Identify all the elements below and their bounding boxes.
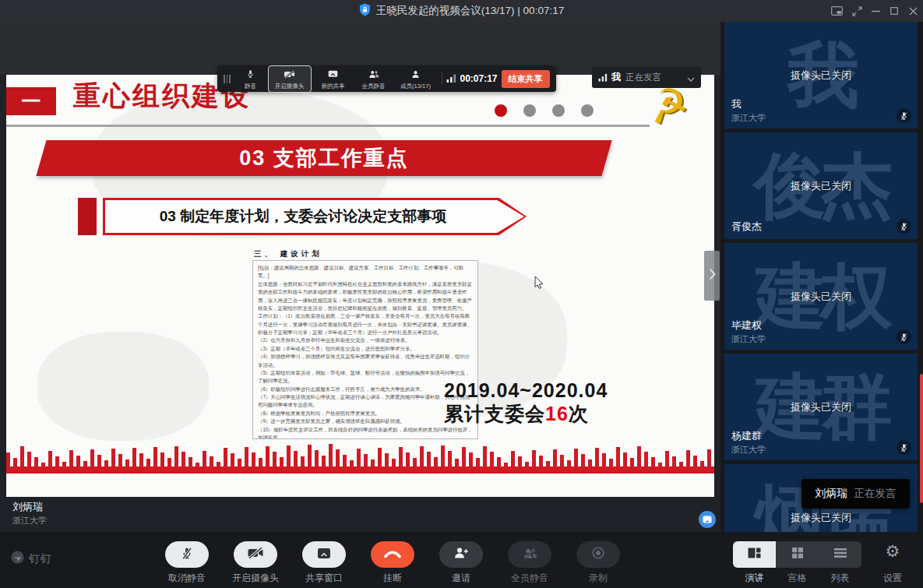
view-grid-button[interactable] xyxy=(776,541,819,568)
participant-name: 毕建权 xyxy=(731,319,762,333)
participant-tile[interactable]: 建权 摄像头已关闭 毕建权 浙江大学 xyxy=(724,243,918,350)
hangup-button[interactable] xyxy=(371,541,414,568)
list-view-icon xyxy=(834,548,847,562)
dingtalk-logo-icon xyxy=(11,551,24,567)
slide-pagination xyxy=(495,104,610,117)
shared-window-badge[interactable] xyxy=(699,511,716,528)
camera-off-label: 摄像头已关闭 xyxy=(724,510,918,524)
camera-icon xyxy=(284,68,295,82)
view-list-button[interactable] xyxy=(819,541,861,568)
share-screen-icon xyxy=(328,68,338,82)
new-share-button[interactable]: 新的共享 xyxy=(313,68,354,90)
participant-tile[interactable]: 俊杰 摄像头已关闭 胥俊杰 xyxy=(724,132,918,239)
stats-number: 16 xyxy=(545,403,569,424)
record-icon xyxy=(591,546,605,563)
presentation-slide: 一 重心组织建设 ☭ 03 支部工作重点 03 制定年度计划，支委会讨论决定支部… xyxy=(6,75,714,497)
participant-org: 浙江大学 xyxy=(731,333,766,345)
participant-name: 我 xyxy=(731,97,742,111)
highlight-text: 03 制定年度计划，支委会讨论决定支部事项 xyxy=(160,206,470,227)
camera-on-button[interactable]: 开启摄像头 xyxy=(268,65,312,93)
camera-off-label: 摄像头已关闭 xyxy=(724,68,918,82)
skyline-base xyxy=(6,467,714,474)
members-button[interactable]: 成员(13/17) xyxy=(394,68,438,90)
camera-off-label: 摄像头已关闭 xyxy=(724,289,918,303)
unmute-label: 取消静音 xyxy=(153,572,221,585)
stats-period: 2019.04~2020.04 xyxy=(444,379,608,402)
slide-banner: 03 支部工作重点 xyxy=(36,140,611,176)
pagination-dot xyxy=(581,104,594,117)
dingtalk-brand: 钉钉 xyxy=(11,551,52,567)
minimize-button[interactable] xyxy=(866,0,885,22)
signal-bars-icon xyxy=(598,71,608,85)
doc-title: 三、 建设计划 xyxy=(254,249,322,259)
view-list-label: 列表 xyxy=(819,572,861,585)
sidebar-collapse-handle[interactable] xyxy=(704,251,720,301)
camera-toggle-button[interactable] xyxy=(234,541,277,568)
record-label: 录制 xyxy=(564,572,632,585)
record-button[interactable] xyxy=(576,541,620,568)
fullscreen-button[interactable] xyxy=(847,0,866,22)
speaker-indicator-dropdown[interactable]: 我 正在发言 xyxy=(592,67,701,88)
grid-view-icon xyxy=(791,547,804,562)
share-window-icon xyxy=(317,548,331,562)
camera-off-label: 摄像头已关闭 xyxy=(724,178,918,192)
view-grid-label: 宫格 xyxy=(776,572,819,585)
hangup-handset-icon xyxy=(383,548,402,562)
share-window-button[interactable] xyxy=(302,541,346,568)
participant-org: 浙江大学 xyxy=(731,112,766,124)
speaker-name: 我 xyxy=(611,71,621,84)
participant-name: 胥俊杰 xyxy=(731,220,762,234)
invite-button[interactable] xyxy=(439,541,483,568)
camera-toggle-label: 开启摄像头 xyxy=(221,572,290,585)
participant-tile[interactable]: 我 摄像头已关闭 我 浙江大学 xyxy=(724,22,918,129)
mouse-cursor xyxy=(534,276,544,293)
unmute-button[interactable] xyxy=(165,541,209,568)
doc-text: [包括：建设周期的总体思路、建设目标、建设方案、工作目标、工作计划、工作事项等，… xyxy=(258,264,473,439)
muted-mic-icon xyxy=(897,440,911,455)
stats-suffix: 次 xyxy=(569,403,589,424)
highlight-arrow-box: 03 制定年度计划，支委会讨论决定支部事项 xyxy=(103,198,527,235)
mute-all-bottom-button[interactable] xyxy=(508,541,551,568)
muted-mic-icon xyxy=(897,329,911,344)
participants-sidebar: 我 摄像头已关闭 我 浙江大学 俊杰 摄像头已关闭 胥俊杰 建权 摄像头已关闭 … xyxy=(720,22,923,532)
participant-org: 浙江大学 xyxy=(731,444,766,456)
signal-strength-icon xyxy=(446,72,456,86)
speaker-status: 正在发言 xyxy=(625,72,687,83)
camera-off-label: 摄像头已关闭 xyxy=(724,400,918,414)
share-window-label: 共享窗口 xyxy=(290,572,358,585)
speaker-view-icon xyxy=(747,547,762,562)
slide-divider xyxy=(6,125,650,127)
end-share-button[interactable]: 结束共享 xyxy=(502,70,550,88)
pip-mode-button[interactable] xyxy=(827,0,846,22)
view-speaker-label: 演讲 xyxy=(733,572,776,585)
stage-speaker-org: 浙江大学 xyxy=(12,515,47,526)
skyline-bars xyxy=(6,444,714,467)
mic-icon xyxy=(246,68,255,82)
pagination-dot xyxy=(495,104,507,117)
toast-speaker-status: 正在发言 xyxy=(854,487,897,501)
invite-label: 邀请 xyxy=(427,572,495,585)
mute-button[interactable]: 静音 xyxy=(235,68,266,90)
mute-all-button[interactable]: 全员静音 xyxy=(354,68,394,90)
meeting-window: { "window": { "title": "王晓民发起的视频会议(13/17… xyxy=(0,0,923,588)
pagination-dot xyxy=(552,104,565,117)
close-button[interactable] xyxy=(904,0,922,22)
speaking-toast: 刘炳瑞 正在发言 xyxy=(801,479,910,509)
toolbar-drag-handle[interactable] xyxy=(224,75,231,83)
slide-stats: 2019.04~2020.04 累计支委会16次 xyxy=(444,379,608,425)
people-muted-icon xyxy=(523,548,537,562)
meeting-timer: 00:07:17 xyxy=(460,73,498,84)
shared-screen-stage: 一 重心组织建设 ☭ 03 支部工作重点 03 制定年度计划，支委会讨论决定支部… xyxy=(0,22,720,532)
map-watermark xyxy=(37,332,209,441)
view-speaker-button[interactable] xyxy=(733,541,776,568)
toolbar-separator xyxy=(442,72,442,85)
sidebar-scrollbar[interactable] xyxy=(920,374,923,503)
pagination-dot xyxy=(523,104,536,117)
participant-tile[interactable]: 建群 摄像头已关闭 杨建群 浙江大学 xyxy=(724,354,918,460)
settings-gear-icon[interactable]: ⚙ xyxy=(882,538,904,565)
slide-section-marker: 一 xyxy=(6,87,56,115)
floating-meeting-toolbar: 静音 开启摄像头 新的共享 全员静音 成员(13/17) 00:07:17 结束… xyxy=(217,65,556,92)
toast-speaker-name: 刘炳瑞 xyxy=(816,487,848,501)
maximize-button[interactable] xyxy=(885,0,904,22)
participant-name: 杨建群 xyxy=(731,429,762,443)
